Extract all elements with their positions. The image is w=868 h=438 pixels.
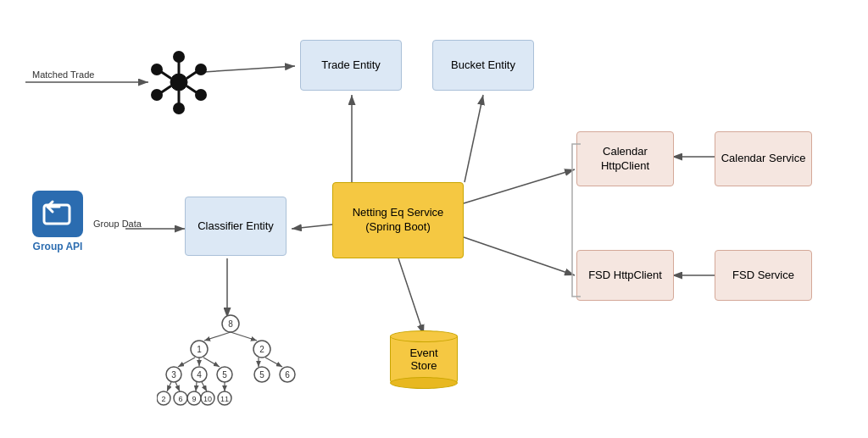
svg-point-22 [173, 103, 185, 114]
svg-point-26 [195, 64, 207, 75]
svg-line-58 [175, 382, 180, 391]
fsd-service-box: FSD Service [715, 250, 812, 301]
svg-text:4: 4 [197, 370, 202, 380]
bucket-entity-box: Bucket Entity [432, 40, 534, 91]
bucket-entity-label: Bucket Entity [451, 58, 515, 73]
svg-line-36 [204, 332, 231, 341]
netting-service-label: Netting Eq Service(Spring Boot) [353, 206, 444, 235]
svg-text:5: 5 [259, 370, 264, 380]
svg-point-14 [170, 74, 187, 91]
group-api: Group API [32, 191, 83, 252]
group-api-icon [32, 191, 83, 237]
svg-point-24 [195, 89, 207, 101]
cylinder-top [390, 330, 458, 342]
svg-text:3: 3 [171, 370, 176, 380]
group-data-label: Group Data [93, 219, 142, 229]
fsd-service-label: FSD Service [732, 269, 794, 283]
svg-line-6 [292, 225, 332, 229]
classifier-entity-label: Classifier Entity [198, 219, 274, 234]
calendar-httpclient-label: Calendar HttpClient [577, 145, 673, 174]
fsd-httpclient-box: FSD HttpClient [576, 250, 674, 301]
svg-text:6: 6 [285, 370, 290, 380]
calendar-service-box: Calendar Service [715, 131, 812, 186]
cylinder-bottom [390, 377, 458, 389]
fsd-httpclient-label: FSD HttpClient [588, 269, 662, 283]
diagram: Matched Trade Group Data Trade Entity [0, 0, 868, 438]
svg-line-5 [465, 95, 483, 182]
svg-line-52 [265, 358, 282, 367]
svg-text:9: 9 [192, 395, 196, 403]
calendar-httpclient-box: Calendar HttpClient [576, 131, 674, 186]
svg-line-12 [398, 258, 424, 335]
svg-line-10 [464, 237, 575, 275]
svg-line-37 [231, 332, 257, 341]
svg-line-64 [202, 382, 207, 391]
svg-text:10: 10 [203, 395, 212, 403]
svg-point-21 [173, 51, 185, 63]
svg-text:2: 2 [259, 345, 264, 354]
svg-line-57 [167, 382, 171, 391]
svg-point-23 [151, 64, 163, 75]
svg-text:8: 8 [228, 319, 233, 329]
svg-line-44 [178, 358, 195, 367]
trade-entity-box: Trade Entity [300, 40, 402, 91]
calendar-service-label: Calendar Service [721, 152, 806, 166]
hub-icon [149, 51, 209, 118]
svg-line-63 [196, 382, 197, 391]
netting-service-box: Netting Eq Service(Spring Boot) [332, 182, 464, 258]
svg-text:5: 5 [222, 370, 227, 380]
event-store-label: EventStore [409, 347, 437, 372]
svg-line-8 [464, 169, 575, 203]
matched-trade-label: Matched Trade [32, 69, 94, 80]
classifier-entity-box: Classifier Entity [185, 197, 287, 256]
svg-point-25 [151, 89, 163, 101]
svg-text:2: 2 [161, 395, 165, 403]
svg-text:1: 1 [197, 345, 202, 354]
svg-line-46 [203, 358, 220, 367]
tree-diagram: 8 1 2 3 4 5 5 6 [157, 313, 305, 410]
svg-line-3 [203, 66, 295, 72]
svg-text:11: 11 [220, 395, 229, 403]
event-store: EventStore [390, 330, 458, 389]
svg-text:6: 6 [178, 395, 182, 403]
group-api-label: Group API [33, 241, 83, 252]
cylinder-body: EventStore [390, 336, 458, 383]
trade-entity-label: Trade Entity [321, 58, 381, 73]
